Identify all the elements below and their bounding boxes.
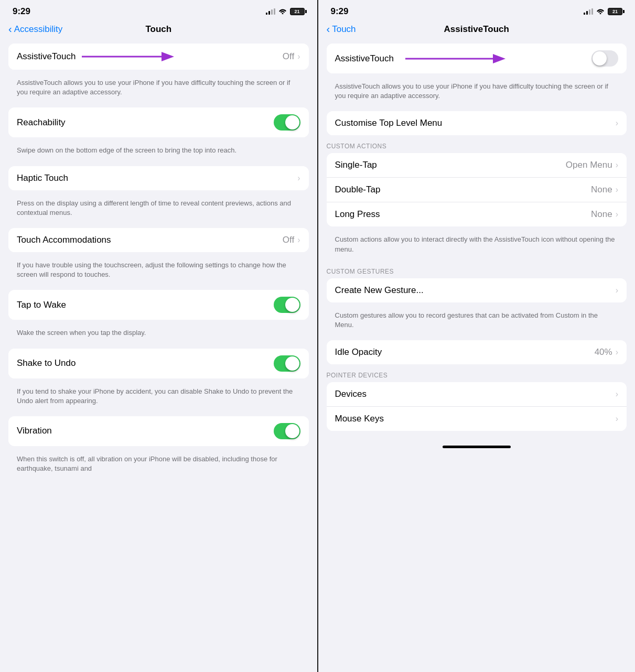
time-left: 9:29 xyxy=(13,6,30,17)
section-reachability: Reachability Swipe down on the bottom ed… xyxy=(8,107,309,161)
custom-actions-label: CUSTOM ACTIONS xyxy=(318,139,636,153)
label-shake-undo: Shake to Undo xyxy=(17,358,76,368)
row-at-toggle[interactable]: AssistiveTouch xyxy=(327,44,627,73)
value-long-press: None xyxy=(591,209,612,220)
desc-vibration: When this switch is off, all vibration o… xyxy=(8,450,309,480)
toggle-shake-undo[interactable] xyxy=(274,355,300,372)
card-vibration: Vibration xyxy=(8,416,309,446)
value-touch-acc: Off xyxy=(283,235,294,245)
row-tap-wake[interactable]: Tap to Wake xyxy=(8,290,309,320)
back-label-left: Accessibility xyxy=(14,24,63,35)
home-indicator xyxy=(318,435,636,453)
purple-arrow-left xyxy=(82,49,187,64)
row-customise[interactable]: Customise Top Level Menu › xyxy=(327,111,627,135)
row-single-tap[interactable]: Single-Tap Open Menu › xyxy=(327,153,627,178)
label-create-gesture: Create New Gesture... xyxy=(335,285,424,296)
section-pointer-devices: Devices › Mouse Keys › xyxy=(327,382,627,431)
section-customise: Customise Top Level Menu › xyxy=(327,111,627,135)
card-custom-actions: Single-Tap Open Menu › Double-Tap None ›… xyxy=(327,153,627,226)
scroll-content-right: AssistiveTouch Assistive xyxy=(318,39,636,672)
label-customise: Customise Top Level Menu xyxy=(335,118,443,128)
label-mouse-keys: Mouse Keys xyxy=(335,414,384,424)
row-double-tap[interactable]: Double-Tap None › xyxy=(327,178,627,202)
label-assistivetouch: AssistiveTouch xyxy=(17,51,76,62)
row-right-assistivetouch: Off › xyxy=(283,51,300,62)
chevron-single-tap: › xyxy=(616,160,618,170)
row-create-gesture[interactable]: Create New Gesture... › xyxy=(327,278,627,302)
chevron-create-gesture: › xyxy=(616,286,618,295)
status-bar-left: 9:29 21 xyxy=(0,0,317,19)
section-haptic-touch: Haptic Touch › Press on the display usin… xyxy=(8,166,309,224)
row-right-idle-opacity: 40% › xyxy=(595,347,618,357)
signal-icon-right xyxy=(584,8,593,15)
desc-custom-actions: Custom actions allow you to interact dir… xyxy=(327,231,627,260)
card-touch-accommodations: Touch Accommodations Off › xyxy=(8,228,309,252)
chevron-double-tap: › xyxy=(616,185,618,194)
row-devices[interactable]: Devices › xyxy=(327,382,627,407)
back-button-right[interactable]: ‹ Touch xyxy=(327,23,356,35)
row-touch-accommodations[interactable]: Touch Accommodations Off › xyxy=(8,228,309,252)
toggle-vibration[interactable] xyxy=(274,423,300,439)
row-right-double-tap: None › xyxy=(591,185,618,195)
row-assistivetouch[interactable]: AssistiveTouch Off › xyxy=(8,44,309,70)
row-shake-undo[interactable]: Shake to Undo xyxy=(8,349,309,378)
chevron-long-press: › xyxy=(616,210,618,219)
desc-at-toggle: AssistiveTouch allows you to use your iP… xyxy=(327,78,627,107)
page-title-right: AssistiveTouch xyxy=(444,24,509,35)
row-idle-opacity[interactable]: Idle Opacity 40% › xyxy=(327,340,627,364)
row-vibration[interactable]: Vibration xyxy=(8,416,309,446)
card-haptic-touch: Haptic Touch › xyxy=(8,166,309,190)
time-right: 9:29 xyxy=(331,6,349,17)
back-chevron-left: ‹ xyxy=(8,23,12,35)
label-long-press: Long Press xyxy=(335,209,380,220)
section-custom-actions: Single-Tap Open Menu › Double-Tap None ›… xyxy=(327,153,627,260)
label-tap-wake: Tap to Wake xyxy=(17,300,66,310)
status-bar-right: 9:29 21 xyxy=(318,0,636,19)
custom-gestures-label: CUSTOM GESTURES xyxy=(318,265,636,278)
section-vibration: Vibration When this switch is off, all v… xyxy=(8,416,309,480)
toggle-at[interactable] xyxy=(591,50,618,67)
section-assistivetouch: AssistiveTouch Off › xyxy=(8,44,309,103)
section-touch-accommodations: Touch Accommodations Off › If you have t… xyxy=(8,228,309,286)
desc-custom-gestures: Custom gestures allow you to record gest… xyxy=(327,307,627,336)
label-reachability: Reachability xyxy=(17,117,66,128)
chevron-devices: › xyxy=(616,389,618,399)
toggle-reachability[interactable] xyxy=(274,114,300,131)
wifi-icon-right xyxy=(596,8,605,16)
chevron-haptic-touch: › xyxy=(297,174,300,183)
section-shake-undo: Shake to Undo If you tend to shake your … xyxy=(8,349,309,412)
value-single-tap: Open Menu xyxy=(566,160,612,170)
desc-tap-wake: Wake the screen when you tap the display… xyxy=(8,324,309,344)
value-assistivetouch: Off xyxy=(283,51,294,62)
chevron-assistivetouch: › xyxy=(297,52,300,61)
label-double-tap: Double-Tap xyxy=(335,185,381,195)
back-button-left[interactable]: ‹ Accessibility xyxy=(8,23,62,35)
scroll-content-left: AssistiveTouch Off › xyxy=(0,39,317,672)
row-haptic-touch[interactable]: Haptic Touch › xyxy=(8,166,309,190)
card-shake-undo: Shake to Undo xyxy=(8,349,309,378)
desc-reachability: Swipe down on the bottom edge of the scr… xyxy=(8,142,309,161)
home-bar xyxy=(443,446,511,448)
card-custom-gestures: Create New Gesture... › xyxy=(327,278,627,302)
nav-header-left: ‹ Accessibility Touch xyxy=(0,19,317,39)
pointer-devices-label: POINTER DEVICES xyxy=(318,368,636,382)
right-panel: 9:29 21 ‹ Touch AssistiveTouch xyxy=(318,0,636,672)
chevron-mouse-keys: › xyxy=(616,414,618,424)
page-title-left: Touch xyxy=(145,24,171,35)
desc-touch-acc: If you have trouble using the touchscree… xyxy=(8,256,309,286)
card-pointer-devices: Devices › Mouse Keys › xyxy=(327,382,627,431)
card-tap-wake: Tap to Wake xyxy=(8,290,309,320)
value-idle-opacity: 40% xyxy=(595,347,612,357)
nav-header-right: ‹ Touch AssistiveTouch xyxy=(318,19,636,39)
row-right-long-press: None › xyxy=(591,209,618,220)
toggle-tap-wake[interactable] xyxy=(274,297,300,313)
label-idle-opacity: Idle Opacity xyxy=(335,347,382,357)
status-icons-left: 21 xyxy=(266,8,305,16)
row-long-press[interactable]: Long Press None › xyxy=(327,202,627,226)
section-tap-wake: Tap to Wake Wake the screen when you tap… xyxy=(8,290,309,344)
label-touch-accommodations: Touch Accommodations xyxy=(17,235,111,245)
purple-arrow-right xyxy=(405,51,515,67)
row-reachability[interactable]: Reachability xyxy=(8,107,309,137)
status-icons-right: 21 xyxy=(584,8,622,16)
row-mouse-keys[interactable]: Mouse Keys › xyxy=(327,407,627,431)
